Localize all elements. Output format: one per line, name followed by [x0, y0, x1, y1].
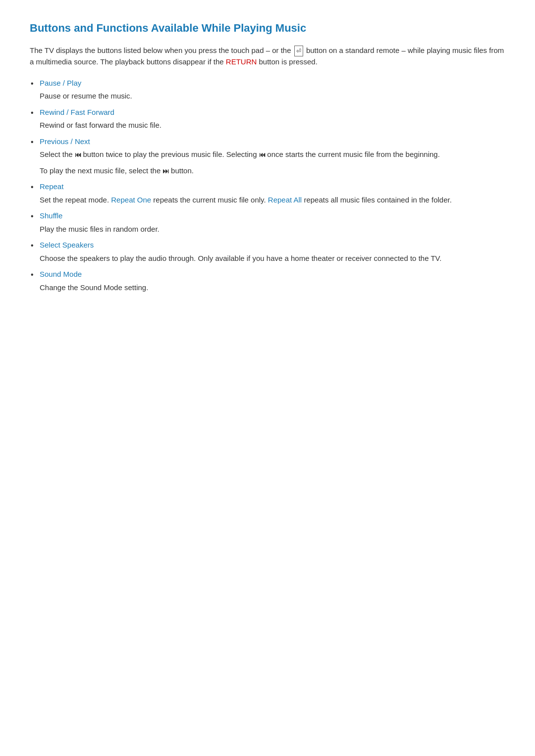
- repeat-body: Set the repeat mode. Repeat One repeats …: [40, 195, 505, 206]
- pause-label: Pause: [40, 79, 61, 87]
- intro-paragraph: The TV displays the buttons listed below…: [30, 45, 505, 68]
- intro-text-part1: The TV displays the buttons listed below…: [30, 46, 291, 54]
- return-icon: ⏎: [294, 46, 303, 56]
- list-item-pause-play: Pause / Play Pause or resume the music.: [40, 78, 505, 102]
- previous-next-title: Previous / Next: [40, 137, 90, 146]
- rewind-ff-body: Rewind or fast forward the music file.: [40, 120, 505, 131]
- shuffle-title: Shuffle: [40, 211, 62, 220]
- shuffle-body: Play the music files in random order.: [40, 224, 505, 235]
- pause-play-body: Pause or resume the music.: [40, 91, 505, 102]
- intro-text-part3: button is pressed.: [259, 57, 317, 66]
- repeat-body-part2: repeats the current music file only.: [153, 196, 266, 204]
- next-body-part5: button.: [171, 166, 194, 175]
- next-icon: ⏭: [162, 167, 171, 175]
- features-list: Pause / Play Pause or resume the music. …: [30, 78, 505, 294]
- prev-body-part3: once starts the current music file from …: [267, 150, 440, 158]
- previous-next-separator: /: [68, 137, 75, 146]
- return-highlight: RETURN: [226, 57, 257, 66]
- repeat-title: Repeat: [40, 182, 63, 191]
- select-speakers-title: Select Speakers: [40, 241, 94, 249]
- previous-next-body2: To play the next music file, select the …: [40, 165, 505, 177]
- repeat-one-highlight: Repeat One: [111, 196, 151, 204]
- sound-mode-body: Change the Sound Mode setting.: [40, 282, 505, 294]
- previous-next-body1: Select the ⏮ button twice to play the pr…: [40, 149, 505, 160]
- previous-label: Previous: [40, 137, 68, 146]
- page-title: Buttons and Functions Available While Pl…: [30, 20, 505, 36]
- prev-body-part2: button twice to play the previous music …: [83, 150, 257, 158]
- select-speakers-body: Choose the speakers to play the audio th…: [40, 253, 505, 264]
- pause-play-separator: /: [61, 79, 67, 87]
- prev-icon-1: ⏮: [75, 151, 83, 158]
- repeat-all-highlight: Repeat All: [268, 196, 302, 204]
- list-item-shuffle: Shuffle Play the music files in random o…: [40, 210, 505, 235]
- sound-mode-title: Sound Mode: [40, 270, 82, 278]
- list-item-rewind-ff: Rewind / Fast Forward Rewind or fast for…: [40, 107, 505, 131]
- repeat-body-part3: repeats all music files contained in the…: [304, 196, 452, 204]
- rewind-label: Rewind: [40, 108, 64, 116]
- prev-body-part1: Select the: [40, 150, 73, 158]
- list-item-select-speakers: Select Speakers Choose the speakers to p…: [40, 240, 505, 264]
- fast-forward-label: Fast Forward: [71, 108, 114, 116]
- list-item-sound-mode: Sound Mode Change the Sound Mode setting…: [40, 269, 505, 293]
- repeat-body-part1: Set the repeat mode.: [40, 196, 109, 204]
- next-label: Next: [75, 137, 90, 146]
- list-item-repeat: Repeat Set the repeat mode. Repeat One r…: [40, 181, 505, 205]
- rewind-ff-title: Rewind / Fast Forward: [40, 108, 114, 116]
- list-item-previous-next: Previous / Next Select the ⏮ button twic…: [40, 136, 505, 177]
- play-label: Play: [67, 79, 81, 87]
- rewind-ff-separator: /: [64, 108, 71, 116]
- pause-play-title: Pause / Play: [40, 79, 81, 87]
- next-body-part4: To play the next music file, select the: [40, 166, 160, 175]
- prev-icon-2: ⏮: [259, 151, 268, 158]
